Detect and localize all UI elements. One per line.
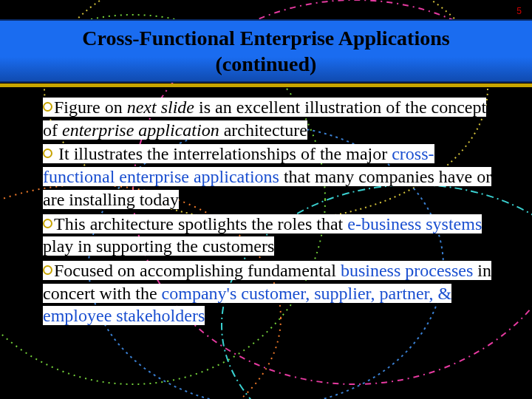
text-fragment: It illustrates the interrelationships of… [54,144,392,163]
text-emphasis: next slide [127,98,194,117]
bullet-text: Focused on accomplishing fundamental bus… [43,261,491,325]
bullet-icon [43,102,52,112]
title-line-2: (continued) [216,52,317,75]
bullet-item-4: Focused on accomplishing fundamental bus… [43,259,504,327]
slide-title: Cross-Functional Enterprise Applications… [82,25,449,77]
text-fragment: This architecture spotlights the roles t… [54,214,347,233]
bullet-text: Figure on next slide is an excellent ill… [43,98,486,140]
bullet-icon [43,149,52,158]
title-line-1: Cross-Functional Enterprise Applications [82,27,449,50]
bullet-text: It illustrates the interrelationships of… [43,144,491,208]
page-number: 5 [516,6,522,16]
bullet-icon [43,265,52,275]
content-area: Figure on next slide is an excellent ill… [43,96,504,329]
bullet-text: This architecture spotlights the roles t… [43,214,482,256]
bullet-icon [43,219,52,228]
text-fragment: Focused on accomplishing fundamental [54,261,341,280]
text-fragment: play in supporting the customers [43,236,274,256]
title-band: Cross-Functional Enterprise Applications… [0,19,532,83]
text-emphasis: enterprise application [62,120,219,140]
text-fragment: Figure on [54,98,127,117]
text-highlight: business processes [341,261,473,280]
text-fragment: architecture [219,120,307,140]
bullet-item-3: This architecture spotlights the roles t… [43,213,504,258]
title-underline [0,83,532,87]
text-highlight: e-business systems [347,214,482,233]
bullet-item-2: It illustrates the interrelationships of… [43,143,504,211]
bullet-item-1: Figure on next slide is an excellent ill… [43,96,504,141]
